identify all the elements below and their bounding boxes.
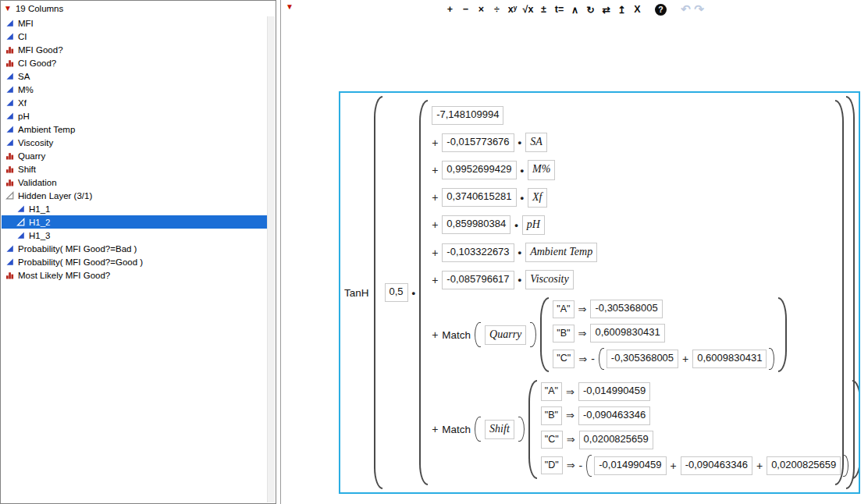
- variable-term[interactable]: M%: [528, 160, 555, 179]
- column-item[interactable]: Shift: [2, 162, 267, 176]
- case-value[interactable]: -0,090463346: [681, 456, 752, 475]
- variable-term[interactable]: Ambient Temp: [525, 243, 597, 262]
- column-item[interactable]: CI: [2, 30, 267, 43]
- plus-operator: +: [756, 460, 763, 472]
- power-button[interactable]: xʸ: [506, 3, 519, 16]
- swap-terms-button[interactable]: ⇄: [599, 3, 613, 16]
- column-label: MFI: [18, 19, 34, 28]
- boxing-button[interactable]: ↥: [615, 3, 628, 16]
- column-item[interactable]: SA: [2, 69, 267, 83]
- right-paren: [769, 348, 774, 370]
- case-key[interactable]: "B": [541, 406, 562, 424]
- term-value[interactable]: 0,9952699429: [442, 161, 516, 179]
- function-name[interactable]: TanH: [344, 287, 369, 299]
- match-term-row: +MatchQuarry"A"⇒-0,305368005"B"⇒0,600983…: [432, 297, 787, 372]
- columns-panel: ▼ 19 Columns MFICIMFI Good?CI Good?SAM%X…: [0, 0, 276, 504]
- column-item[interactable]: H1_3: [2, 229, 267, 242]
- case-value[interactable]: -0,014990459: [594, 456, 666, 475]
- help-button[interactable]: ?: [655, 4, 667, 16]
- column-item[interactable]: MFI: [2, 16, 267, 30]
- root-button[interactable]: √x: [521, 3, 535, 16]
- multiply-button[interactable]: ×: [475, 3, 488, 16]
- formula-term-row: +0,3740615281•Xf: [432, 188, 546, 208]
- case-key[interactable]: "A": [541, 382, 562, 400]
- delete-button[interactable]: X: [631, 3, 644, 16]
- term-value[interactable]: -0,085796617: [442, 271, 514, 289]
- continuous-icon: [5, 19, 14, 27]
- column-item[interactable]: CI Good?: [2, 56, 267, 69]
- column-label: H1_1: [29, 204, 51, 214]
- match-variable[interactable]: Shift: [485, 420, 514, 439]
- column-item[interactable]: MFI Good?: [2, 43, 267, 56]
- case-value[interactable]: -0,014990459: [578, 382, 650, 401]
- case-value[interactable]: 0,0200825659: [767, 456, 841, 475]
- term-value[interactable]: 0,859980384: [442, 215, 510, 234]
- subtract-button[interactable]: −: [459, 3, 472, 16]
- case-key[interactable]: "C": [541, 431, 563, 449]
- column-item[interactable]: Quarry: [2, 149, 267, 162]
- case-key[interactable]: "D": [541, 456, 563, 474]
- match-cases: "A"⇒-0,305368005"B"⇒0,6009830431"C"⇒--0,…: [540, 297, 787, 372]
- peel-button[interactable]: ∧: [568, 3, 582, 16]
- variable-term[interactable]: Xf: [528, 188, 546, 208]
- term-value[interactable]: -0,103322673: [442, 243, 514, 262]
- variable-term[interactable]: SA: [525, 133, 547, 152]
- column-item[interactable]: Xf: [2, 96, 267, 109]
- column-label: Shift: [18, 165, 36, 174]
- nominal-icon: [5, 45, 14, 54]
- scrollbar[interactable]: [267, 16, 275, 502]
- case-value[interactable]: -0,305368005: [590, 300, 662, 318]
- plus-operator: +: [432, 423, 438, 435]
- case-value[interactable]: -0,090463346: [578, 406, 650, 425]
- variable-term[interactable]: Viscosity: [525, 270, 574, 289]
- formula-term-row: +-0,103322673•Ambient Temp: [432, 243, 597, 262]
- continuous-outline-icon: [16, 218, 25, 226]
- right-paren: [530, 322, 536, 347]
- match-variable[interactable]: Quarry: [485, 325, 526, 345]
- variable-term[interactable]: pH: [522, 215, 545, 235]
- nominal-icon: [5, 271, 14, 279]
- match-term-row: +MatchShift"A"⇒-0,014990459"B"⇒-0,090463…: [432, 380, 860, 479]
- column-item[interactable]: Ambient Temp: [2, 122, 267, 136]
- column-item[interactable]: Viscosity: [2, 136, 267, 149]
- continuous-icon: [5, 125, 14, 133]
- formula-selection[interactable]: TanH 0,5 • -7,148109994+-0,015773676•SA+…: [339, 91, 860, 494]
- divide-button[interactable]: ÷: [490, 3, 503, 16]
- coefficient-term[interactable]: 0,5: [385, 283, 408, 302]
- column-item[interactable]: Probability( MFI Good?=Bad ): [2, 242, 267, 255]
- case-value[interactable]: 0,6009830431: [692, 350, 767, 368]
- term-value[interactable]: -7,148109994: [432, 106, 503, 125]
- case-value[interactable]: 0,6009830431: [590, 324, 664, 343]
- column-label: Probability( MFI Good?=Good ): [18, 257, 143, 267]
- continuous-icon: [5, 72, 14, 80]
- column-item[interactable]: Most Likely MFI Good?: [2, 268, 267, 282]
- column-label: pH: [18, 112, 30, 121]
- case-value[interactable]: -0,305368005: [607, 350, 678, 368]
- column-label: H1_3: [29, 231, 51, 240]
- case-value[interactable]: 0,0200825659: [579, 431, 653, 449]
- add-button[interactable]: +: [443, 3, 457, 16]
- red-triangle-menu-icon[interactable]: ▼: [4, 5, 12, 12]
- local-variable-button[interactable]: t=: [553, 3, 566, 16]
- column-item[interactable]: Hidden Layer (3/1): [2, 189, 267, 202]
- redo-button[interactable]: ↷: [692, 3, 706, 16]
- implies-arrow: ⇒: [566, 410, 575, 421]
- column-item[interactable]: Validation: [2, 176, 267, 189]
- term-value[interactable]: 0,3740615281: [442, 188, 516, 207]
- column-item[interactable]: pH: [2, 109, 267, 122]
- switch-terms-button[interactable]: ↻: [584, 3, 597, 16]
- left-paren: [540, 297, 549, 372]
- implies-arrow: ⇒: [567, 460, 575, 471]
- case-key[interactable]: "B": [553, 325, 574, 343]
- undo-button[interactable]: ↶: [679, 3, 692, 16]
- column-item[interactable]: M%: [2, 83, 267, 96]
- column-label: CI Good?: [18, 59, 56, 68]
- column-item[interactable]: H1_2: [2, 215, 267, 229]
- case-key[interactable]: "C": [553, 350, 575, 367]
- multiply-dot: •: [514, 219, 518, 231]
- sign-button[interactable]: ±: [537, 3, 550, 16]
- column-item[interactable]: H1_1: [2, 202, 267, 215]
- column-item[interactable]: Probability( MFI Good?=Good ): [2, 255, 267, 268]
- term-value[interactable]: -0,015773676: [442, 133, 514, 152]
- case-key[interactable]: "A": [553, 300, 574, 318]
